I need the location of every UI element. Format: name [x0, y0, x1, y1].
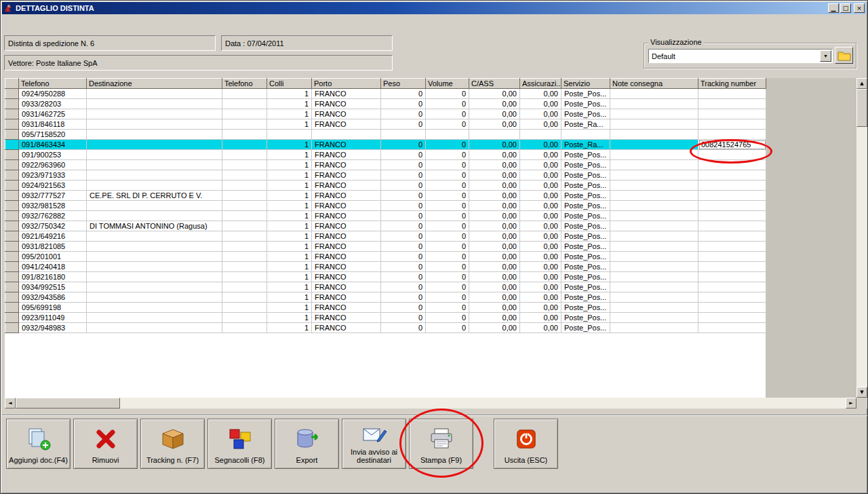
grid-cell[interactable]: 0,00 [520, 313, 561, 323]
tracking-number-cell[interactable] [698, 262, 766, 272]
scroll-up-button[interactable]: ▲ [856, 78, 867, 89]
tracking-number-cell[interactable] [698, 170, 766, 180]
column-header[interactable]: Servizio [561, 79, 610, 89]
grid-cell[interactable] [222, 303, 267, 313]
grid-cell[interactable]: 1 [267, 323, 312, 333]
grid-cell[interactable]: 0 [381, 262, 426, 272]
grid-cell[interactable]: 0934/992515 [19, 282, 87, 292]
row-selector[interactable] [5, 242, 19, 252]
grid-cell[interactable] [222, 272, 267, 282]
tracking-number-cell[interactable] [698, 89, 766, 99]
grid-cell[interactable] [87, 262, 222, 272]
grid-cell[interactable]: Poste_Pos... [561, 221, 610, 231]
grid-cell[interactable]: 0,00 [520, 231, 561, 242]
tracking-number-cell[interactable]: 008241524765 [698, 140, 766, 150]
grid-cell[interactable]: 0924/921563 [19, 180, 87, 191]
visualizzazione-select[interactable]: Default ▼ [648, 49, 833, 63]
horizontal-scrollbar[interactable]: ◄ ► [5, 398, 856, 408]
tracking-number-cell[interactable] [698, 211, 766, 221]
grid-cell[interactable]: 0,00 [469, 252, 520, 262]
grid-cell[interactable] [87, 140, 222, 150]
grid-cell[interactable]: 0,00 [520, 262, 561, 272]
column-header[interactable]: Volume [426, 79, 469, 89]
row-selector[interactable] [5, 272, 19, 282]
grid-cell[interactable]: 0,00 [520, 292, 561, 303]
grid-cell[interactable] [610, 201, 698, 211]
grid-cell[interactable]: 0 [426, 231, 469, 242]
grid-cell[interactable]: 0,00 [520, 242, 561, 252]
grid-cell[interactable]: 0 [381, 170, 426, 180]
grid-cell[interactable]: 0932/948983 [19, 323, 87, 333]
row-selector[interactable] [5, 323, 19, 333]
grid-cell[interactable]: Poste_Pos... [561, 303, 610, 313]
grid-cell[interactable]: 095/7158520 [19, 130, 87, 140]
grid-cell[interactable]: DI TOMMASI ANTONINO (Ragusa) [87, 221, 222, 231]
grid-cell[interactable]: Poste_Pos... [561, 211, 610, 221]
grid-cell[interactable]: 0931/462725 [19, 109, 87, 119]
row-selector[interactable] [5, 221, 19, 231]
grid-cell[interactable] [87, 109, 222, 119]
grid-cell[interactable]: 0 [381, 109, 426, 119]
grid-cell[interactable]: FRANCO [312, 109, 381, 119]
grid-cell[interactable]: 0,00 [469, 180, 520, 191]
tracking-number-cell[interactable] [698, 180, 766, 191]
grid-cell[interactable]: 0932/750342 [19, 221, 87, 231]
export-button[interactable]: Export [275, 419, 339, 469]
grid-cell[interactable]: 0,00 [469, 160, 520, 170]
grid-cell[interactable]: 0 [426, 211, 469, 221]
grid-cell[interactable]: 0,00 [520, 191, 561, 201]
grid-cell[interactable]: Poste_Pos... [561, 292, 610, 303]
row-selector[interactable] [5, 191, 19, 201]
grid-cell[interactable]: 0 [426, 150, 469, 160]
tracking-number-cell[interactable] [698, 323, 766, 333]
grid-cell[interactable]: FRANCO [312, 242, 381, 252]
grid-cell[interactable]: 0 [381, 231, 426, 242]
tracking-number-cell[interactable] [698, 201, 766, 211]
grid-cell[interactable] [610, 282, 698, 292]
grid-cell[interactable]: 1 [267, 292, 312, 303]
grid-cell[interactable]: 1 [267, 109, 312, 119]
grid-cell[interactable]: 0,00 [469, 89, 520, 99]
grid-cell[interactable] [87, 242, 222, 252]
grid-row[interactable]: 091/9002531FRANCO000,000,00Poste_Pos... [5, 150, 766, 160]
grid-cell[interactable]: 0,00 [469, 272, 520, 282]
grid-cell[interactable]: FRANCO [312, 170, 381, 180]
grid-cell[interactable] [222, 292, 267, 303]
grid-cell[interactable]: 0 [426, 313, 469, 323]
grid-cell[interactable]: 095/699198 [19, 303, 87, 313]
grid-row[interactable]: 0932/777527CE.PE. SRL DI P. CERRUTO E V.… [5, 191, 766, 201]
grid-row[interactable]: 091/82161801FRANCO000,000,00Poste_Pos... [5, 272, 766, 282]
grid-cell[interactable] [87, 292, 222, 303]
grid-cell[interactable]: 0,00 [520, 89, 561, 99]
grid-cell[interactable]: 0,00 [469, 170, 520, 180]
grid-cell[interactable] [426, 130, 469, 140]
grid-cell[interactable]: 1 [267, 89, 312, 99]
grid-cell[interactable]: 0 [381, 191, 426, 201]
grid-cell[interactable] [222, 140, 267, 150]
grid-cell[interactable] [610, 130, 698, 140]
grid-cell[interactable]: CE.PE. SRL DI P. CERRUTO E V. [87, 191, 222, 201]
grid-cell[interactable]: 0,00 [520, 150, 561, 160]
grid-cell[interactable] [87, 119, 222, 130]
grid-cell[interactable]: 1 [267, 252, 312, 262]
grid-cell[interactable]: 0 [381, 323, 426, 333]
grid-cell[interactable]: 0 [426, 242, 469, 252]
grid-cell[interactable]: 0,00 [469, 323, 520, 333]
grid-cell[interactable] [381, 130, 426, 140]
grid-cell[interactable]: 0,00 [469, 150, 520, 160]
grid-cell[interactable]: 0 [426, 89, 469, 99]
grid-cell[interactable]: 0,00 [469, 109, 520, 119]
grid-cell[interactable] [87, 201, 222, 211]
grid-cell[interactable] [87, 130, 222, 140]
grid-cell[interactable] [610, 180, 698, 191]
row-selector[interactable] [5, 109, 19, 119]
grid-cell[interactable]: 0 [381, 221, 426, 231]
grid-cell[interactable] [610, 211, 698, 221]
grid-cell[interactable]: 0 [426, 323, 469, 333]
grid-cell[interactable]: 0 [426, 160, 469, 170]
grid-cell[interactable]: 0 [426, 282, 469, 292]
grid-cell[interactable] [87, 272, 222, 282]
grid-cell[interactable] [222, 221, 267, 231]
grid-cell[interactable]: Poste_Pos... [561, 231, 610, 242]
tracking-number-cell[interactable] [698, 292, 766, 303]
